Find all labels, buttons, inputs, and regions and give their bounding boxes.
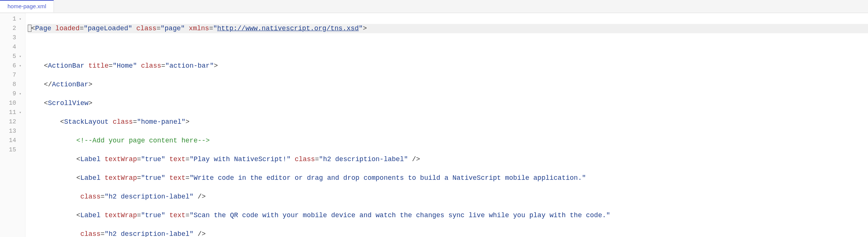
tab-bar: home-page.xml <box>0 0 868 13</box>
code-line[interactable]: class="h2 description-label" /> <box>28 230 868 237</box>
code-line[interactable]: <!--Add your page content here--> <box>28 136 868 145</box>
fold-icon[interactable]: ▾ <box>18 15 22 24</box>
code-line[interactable]: <Label textWrap="true" text="Scan the QR… <box>28 211 868 220</box>
line-number: 15 <box>6 145 16 155</box>
line-number: 14 <box>6 136 16 145</box>
code-line[interactable] <box>28 43 868 52</box>
fold-icon[interactable]: ▾ <box>18 108 22 117</box>
fold-icon[interactable]: ▾ <box>18 89 22 99</box>
code-line[interactable]: <ActionBar title="Home" class="action-ba… <box>28 61 868 71</box>
fold-icon[interactable]: ▾ <box>18 52 22 61</box>
code-line[interactable]: <ScrollView> <box>28 99 868 108</box>
line-number: 13 <box>6 127 16 136</box>
code-line[interactable]: <Page loaded="pageLoaded" class="page" x… <box>28 24 868 33</box>
fold-icon[interactable]: ▾ <box>18 61 22 71</box>
line-number: 10 <box>6 99 16 108</box>
code-line[interactable]: <StackLayout class="home-panel"> <box>28 117 868 127</box>
code-area: 1▾ 2 3 4 5▾ 6▾ 7 8 9▾ 10 11▾ 12 13 14 15… <box>0 13 868 237</box>
code-content[interactable]: <Page loaded="pageLoaded" class="page" x… <box>25 13 868 237</box>
line-number: 7 <box>6 71 16 80</box>
line-number: 2 <box>6 24 16 33</box>
code-line[interactable]: <Label textWrap="true" text="Play with N… <box>28 155 868 164</box>
line-number: 6 <box>6 61 16 71</box>
code-editor: home-page.xml 1▾ 2 3 4 5▾ 6▾ 7 8 9▾ 10 1… <box>0 0 868 237</box>
line-number: 8 <box>6 80 16 89</box>
line-number: 12 <box>6 117 16 127</box>
line-number: 4 <box>6 43 16 52</box>
tab-home-page-xml[interactable]: home-page.xml <box>0 0 54 12</box>
code-line[interactable]: <Label textWrap="true" text="Write code … <box>28 173 868 183</box>
line-number: 5 <box>6 52 16 61</box>
code-line[interactable]: class="h2 description-label" /> <box>28 192 868 201</box>
line-number: 11 <box>6 108 16 117</box>
line-number: 3 <box>6 33 16 43</box>
line-number: 1 <box>6 15 16 24</box>
line-gutter: 1▾ 2 3 4 5▾ 6▾ 7 8 9▾ 10 11▾ 12 13 14 15 <box>0 13 25 237</box>
code-line[interactable]: </ActionBar> <box>28 80 868 89</box>
line-number: 9 <box>6 89 16 99</box>
